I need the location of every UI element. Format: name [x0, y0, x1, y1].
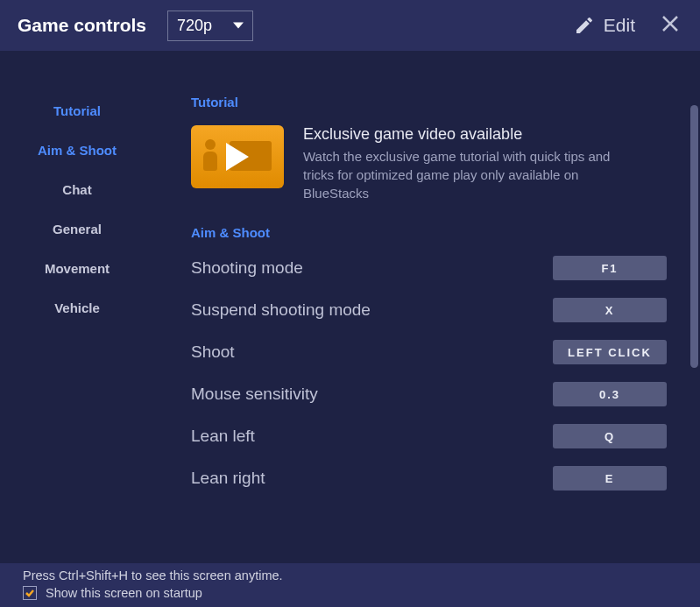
- sidebar-item-vehicle[interactable]: Vehicle: [54, 300, 100, 315]
- control-row: Suspend shooting mode X: [191, 298, 667, 322]
- chevron-down-icon: [233, 20, 244, 31]
- section-heading-tutorial: Tutorial: [191, 95, 667, 109]
- control-label: Lean left: [191, 427, 255, 446]
- edit-button[interactable]: Edit: [574, 15, 635, 36]
- keybind-suspend-shooting[interactable]: X: [553, 298, 667, 322]
- page-title: Game controls: [18, 15, 146, 36]
- control-label: Shoot: [191, 342, 235, 362]
- sidebar-item-general[interactable]: General: [53, 222, 102, 236]
- show-on-startup-label: Show this screen on startup: [46, 586, 202, 600]
- sidebar-item-aim-shoot[interactable]: Aim & Shoot: [38, 143, 117, 158]
- control-row: Lean right E: [191, 466, 667, 491]
- sidebar: Tutorial Aim & Shoot Chat General Moveme…: [0, 51, 154, 562]
- control-label: Suspend shooting mode: [191, 300, 371, 320]
- footer: Press Ctrl+Shift+H to see this screen an…: [0, 563, 700, 607]
- tutorial-text: Exclusive game video available Watch the…: [303, 125, 636, 202]
- control-row: Shoot LEFT CLICK: [191, 340, 667, 364]
- titlebar: Game controls 720p Edit: [0, 0, 700, 51]
- sidebar-item-movement[interactable]: Movement: [45, 261, 110, 276]
- check-icon: [25, 588, 35, 598]
- control-label: Mouse sensitivity: [191, 385, 318, 404]
- resolution-value: 720p: [177, 17, 212, 35]
- tutorial-title: Exclusive game video available: [303, 125, 636, 144]
- control-row: Mouse sensitivity 0.3: [191, 382, 667, 406]
- keybind-lean-left[interactable]: Q: [553, 424, 667, 448]
- edit-label: Edit: [604, 15, 635, 36]
- control-label: Lean right: [191, 469, 265, 488]
- keybind-shooting-mode[interactable]: F1: [553, 256, 667, 280]
- control-row: Lean left Q: [191, 424, 667, 448]
- show-on-startup-checkbox[interactable]: [23, 586, 37, 600]
- footer-hint: Press Ctrl+Shift+H to see this screen an…: [23, 568, 677, 582]
- section-heading-aim-shoot: Aim & Shoot: [191, 225, 667, 240]
- show-on-startup-row: Show this screen on startup: [23, 586, 677, 600]
- keybind-mouse-sensitivity[interactable]: 0.3: [553, 382, 667, 406]
- resolution-select[interactable]: 720p: [167, 11, 253, 41]
- pencil-icon: [574, 15, 595, 36]
- tutorial-description: Watch the exclusive game tutorial with q…: [303, 147, 636, 202]
- close-icon: [660, 13, 681, 34]
- content: Tutorial Exclusive game video available …: [154, 51, 700, 562]
- tutorial-video-thumbnail[interactable]: [191, 125, 284, 188]
- tutorial-row: Exclusive game video available Watch the…: [191, 125, 667, 202]
- close-button[interactable]: [656, 10, 684, 41]
- sidebar-item-chat[interactable]: Chat: [62, 182, 91, 197]
- keybind-lean-right[interactable]: E: [553, 466, 667, 491]
- sidebar-item-tutorial[interactable]: Tutorial: [53, 103, 101, 118]
- control-row: Shooting mode F1: [191, 256, 667, 280]
- scrollbar[interactable]: [690, 105, 698, 368]
- control-label: Shooting mode: [191, 258, 303, 278]
- body: Tutorial Aim & Shoot Chat General Moveme…: [0, 51, 700, 562]
- play-icon: [226, 143, 249, 171]
- keybind-shoot[interactable]: LEFT CLICK: [553, 340, 667, 364]
